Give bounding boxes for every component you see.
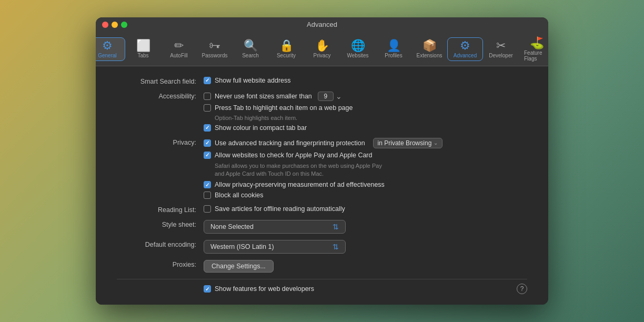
- security-icon: 🔒: [279, 40, 294, 52]
- maximize-button[interactable]: [121, 22, 127, 28]
- reading-list-label: Reading List:: [117, 205, 204, 214]
- proxies-controls: Change Settings...: [204, 260, 527, 273]
- apple-pay-row: Allow websites to check for Apple Pay an…: [204, 152, 527, 159]
- extensions-icon: 📦: [422, 40, 437, 52]
- accessibility-row: Accessibility: Never use font sizes smal…: [117, 92, 527, 132]
- default-encoding-value: Western (ISO Latin 1): [210, 243, 274, 250]
- window-title: Advanced: [307, 21, 337, 28]
- font-size-checkbox[interactable]: [204, 93, 211, 100]
- smart-search-controls: Show full website address: [204, 77, 527, 84]
- tab-extensions[interactable]: 📦 Extensions: [411, 38, 447, 61]
- reading-list-checkbox-row: Save articles for offline reading automa…: [204, 205, 527, 213]
- style-sheet-row: Style sheet: None Selected ⇅: [117, 220, 527, 234]
- profiles-icon: 👤: [387, 40, 401, 52]
- color-tab-row: Show colour in compact tab bar: [204, 124, 527, 132]
- smart-search-checkbox[interactable]: [204, 77, 211, 84]
- tab-privacy[interactable]: ✋ Privacy: [304, 38, 340, 61]
- font-size-stepper[interactable]: ⌄: [336, 92, 342, 100]
- tracking-dropdown-arrow: ⌄: [434, 140, 438, 146]
- tab-highlight-checkbox[interactable]: [204, 104, 211, 112]
- search-icon: 🔍: [244, 40, 258, 52]
- passwords-icon: 🗝: [209, 40, 220, 52]
- traffic-lights: [102, 22, 127, 28]
- font-size-label: Never use font sizes smaller than: [215, 93, 312, 100]
- reading-list-checkbox-label: Save articles for offline reading automa…: [215, 205, 345, 213]
- privacy-controls: Use advanced tracking and fingerprinting…: [204, 138, 527, 199]
- settings-content: Smart Search field: Show full website ad…: [96, 66, 548, 305]
- change-settings-button[interactable]: Change Settings...: [204, 260, 274, 273]
- style-sheet-label: Style sheet:: [117, 220, 204, 228]
- default-encoding-arrow: ⇅: [333, 243, 339, 251]
- reading-list-checkbox[interactable]: [204, 205, 211, 213]
- feature-flags-icon: ⛳: [530, 37, 544, 49]
- tab-tabs[interactable]: ⬜ Tabs: [125, 38, 161, 61]
- smart-search-row: Smart Search field: Show full website ad…: [117, 77, 527, 85]
- accessibility-controls: Never use font sizes smaller than 9 ⌄ Pr…: [204, 92, 527, 132]
- ad-measurement-checkbox[interactable]: [204, 181, 211, 188]
- smart-search-checkbox-row: Show full website address: [204, 77, 527, 84]
- developer-icon: ✂: [496, 40, 506, 52]
- tracking-dropdown-value: in Private Browsing: [378, 139, 432, 147]
- font-size-row: Never use font sizes smaller than 9 ⌄: [204, 92, 527, 101]
- tab-autofill[interactable]: ✏ AutoFill: [161, 38, 197, 61]
- bottom-row: Show features for web developers ?: [117, 279, 527, 296]
- block-cookies-checkbox[interactable]: [204, 192, 211, 199]
- ad-measurement-label: Allow privacy-preserving measurement of …: [215, 181, 385, 188]
- style-sheet-value: None Selected: [210, 223, 254, 230]
- tracking-dropdown[interactable]: in Private Browsing ⌄: [373, 138, 443, 148]
- color-tab-checkbox[interactable]: [204, 124, 211, 132]
- tab-passwords[interactable]: 🗝 Passwords: [197, 38, 233, 61]
- tabs-icon: ⬜: [136, 40, 150, 52]
- reading-list-row: Reading List: Save articles for offline …: [117, 205, 527, 214]
- default-encoding-dropdown[interactable]: Western (ISO Latin 1) ⇅: [204, 240, 346, 254]
- style-sheet-controls: None Selected ⇅: [204, 220, 527, 234]
- tab-developer[interactable]: ✂ Developer: [483, 38, 519, 61]
- smart-search-checkbox-label: Show full website address: [215, 77, 291, 84]
- help-button[interactable]: ?: [517, 284, 527, 294]
- minimize-button[interactable]: [112, 22, 118, 28]
- developer-checkbox[interactable]: [204, 285, 211, 293]
- tab-general[interactable]: ⚙ General: [96, 37, 125, 61]
- reading-list-controls: Save articles for offline reading automa…: [204, 205, 527, 213]
- close-button[interactable]: [102, 22, 108, 28]
- privacy-label: Privacy:: [117, 138, 204, 146]
- tracking-row: Use advanced tracking and fingerprinting…: [204, 138, 527, 148]
- tab-feature-flags[interactable]: ⛳ Feature Flags: [519, 35, 548, 64]
- default-encoding-row: Default encoding: Western (ISO Latin 1) …: [117, 240, 527, 254]
- tab-security[interactable]: 🔒 Security: [268, 38, 304, 61]
- block-cookies-row: Block all cookies: [204, 192, 527, 199]
- block-cookies-label: Block all cookies: [215, 192, 263, 199]
- font-size-value[interactable]: 9: [318, 92, 334, 101]
- autofill-icon: ✏: [174, 40, 184, 52]
- proxies-row: Proxies: Change Settings...: [117, 260, 527, 273]
- general-icon: ⚙: [102, 40, 113, 52]
- tracking-checkbox[interactable]: [204, 139, 211, 147]
- tab-websites[interactable]: 🌐 Websites: [340, 38, 376, 61]
- style-sheet-dropdown[interactable]: None Selected ⇅: [204, 220, 346, 234]
- toolbar: ⚙ General ⬜ Tabs ✏ AutoFill 🗝 Passwords …: [96, 32, 548, 66]
- style-sheet-arrow: ⇅: [333, 223, 339, 231]
- tab-profiles[interactable]: 👤 Profiles: [376, 38, 411, 61]
- advanced-icon: ⚙: [460, 40, 470, 52]
- apple-pay-checkbox[interactable]: [204, 152, 211, 159]
- settings-window: Advanced ⚙ General ⬜ Tabs ✏ AutoFill 🗝 P…: [96, 17, 548, 305]
- color-tab-label: Show colour in compact tab bar: [215, 124, 307, 132]
- privacy-row: Privacy: Use advanced tracking and finge…: [117, 138, 527, 199]
- tab-search[interactable]: 🔍 Search: [233, 38, 268, 61]
- privacy-icon: ✋: [315, 40, 329, 52]
- websites-icon: 🌐: [351, 40, 365, 52]
- font-size-field: 9 ⌄: [318, 92, 342, 101]
- developer-label: Show features for web developers: [215, 285, 314, 293]
- default-encoding-controls: Western (ISO Latin 1) ⇅: [204, 240, 527, 254]
- tracking-label: Use advanced tracking and fingerprinting…: [215, 139, 365, 147]
- tab-highlight-sub: Option-Tab highlights each item.: [215, 115, 527, 121]
- tab-advanced[interactable]: ⚙ Advanced: [447, 37, 483, 61]
- titlebar: Advanced: [96, 17, 548, 32]
- ad-measurement-row: Allow privacy-preserving measurement of …: [204, 181, 527, 188]
- default-encoding-label: Default encoding:: [117, 240, 204, 248]
- smart-search-label: Smart Search field:: [117, 77, 204, 85]
- tab-highlight-label: Press Tab to highlight each item on a we…: [215, 104, 353, 112]
- accessibility-label: Accessibility:: [117, 92, 204, 100]
- proxies-label: Proxies:: [117, 260, 204, 268]
- developer-row: Show features for web developers: [204, 285, 314, 293]
